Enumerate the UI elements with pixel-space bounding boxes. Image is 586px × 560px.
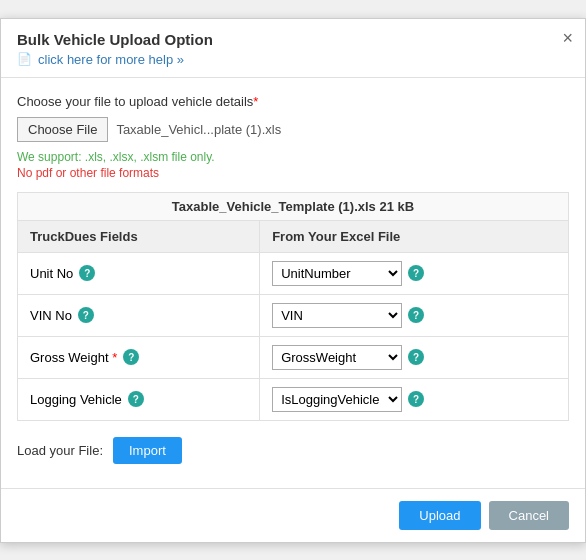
no-pdf-text: No pdf or other file formats	[17, 166, 569, 180]
col2-header: From Your Excel File	[260, 220, 569, 252]
field-help-icon[interactable]: ?	[123, 349, 139, 365]
col1-header: TruckDues Fields	[18, 220, 260, 252]
select-cell-3: UnitNumberVINGrossWeightIsLoggingVehicle…	[260, 378, 569, 420]
field-label-cell-0: Unit No?	[18, 252, 260, 294]
table-row: VIN No?UnitNumberVINGrossWeightIsLogging…	[18, 294, 569, 336]
file-input-row: Choose File Taxable_Vehicl...plate (1).x…	[17, 117, 569, 142]
close-button[interactable]: ×	[562, 29, 573, 47]
support-text: We support: .xls, .xlsx, .xlsm file only…	[17, 150, 569, 164]
table-header-row: TruckDues Fields From Your Excel File	[18, 220, 569, 252]
field-label-text: Logging Vehicle	[30, 392, 122, 407]
choose-file-button[interactable]: Choose File	[17, 117, 108, 142]
modal-title: Bulk Vehicle Upload Option	[17, 31, 569, 48]
mapping-select[interactable]: UnitNumberVINGrossWeightIsLoggingVehicle	[272, 303, 402, 328]
field-label-text: Gross Weight *	[30, 350, 117, 365]
select-help-icon[interactable]: ?	[408, 307, 424, 323]
table-row: Logging Vehicle?UnitNumberVINGrossWeight…	[18, 378, 569, 420]
doc-icon: 📄	[17, 52, 32, 66]
table-row: Gross Weight *?UnitNumberVINGrossWeightI…	[18, 336, 569, 378]
field-label-cell-3: Logging Vehicle?	[18, 378, 260, 420]
modal-body: Choose your file to upload vehicle detai…	[1, 78, 585, 488]
required-indicator: *	[253, 94, 258, 109]
bulk-upload-modal: Bulk Vehicle Upload Option 📄 click here …	[0, 18, 586, 543]
select-cell-0: UnitNumberVINGrossWeightIsLoggingVehicle…	[260, 252, 569, 294]
mapping-select[interactable]: UnitNumberVINGrossWeightIsLoggingVehicle	[272, 387, 402, 412]
mapping-select[interactable]: UnitNumberVINGrossWeightIsLoggingVehicle	[272, 345, 402, 370]
select-help-icon[interactable]: ?	[408, 265, 424, 281]
select-help-icon[interactable]: ?	[408, 349, 424, 365]
field-label-cell-2: Gross Weight *?	[18, 336, 260, 378]
file-name-display: Taxable_Vehicl...plate (1).xls	[116, 122, 281, 137]
mapping-select[interactable]: UnitNumberVINGrossWeightIsLoggingVehicle	[272, 261, 402, 286]
modal-header: Bulk Vehicle Upload Option 📄 click here …	[1, 19, 585, 78]
field-label-text: VIN No	[30, 308, 72, 323]
modal-footer: Upload Cancel	[1, 488, 585, 542]
mapping-table: TruckDues Fields From Your Excel File Un…	[17, 220, 569, 421]
cancel-button[interactable]: Cancel	[489, 501, 569, 530]
select-cell-2: UnitNumberVINGrossWeightIsLoggingVehicle…	[260, 336, 569, 378]
field-help-icon[interactable]: ?	[79, 265, 95, 281]
load-row: Load your File: Import	[17, 437, 569, 464]
field-label-cell-1: VIN No?	[18, 294, 260, 336]
upload-button[interactable]: Upload	[399, 501, 480, 530]
select-cell-1: UnitNumberVINGrossWeightIsLoggingVehicle…	[260, 294, 569, 336]
table-row: Unit No?UnitNumberVINGrossWeightIsLoggin…	[18, 252, 569, 294]
field-help-icon[interactable]: ?	[78, 307, 94, 323]
upload-instruction: Choose your file to upload vehicle detai…	[17, 94, 569, 109]
help-link[interactable]: 📄 click here for more help »	[17, 52, 184, 67]
field-help-icon[interactable]: ?	[128, 391, 144, 407]
import-button[interactable]: Import	[113, 437, 182, 464]
file-info: Taxable_Vehicle_Template (1).xls 21 kB	[17, 192, 569, 220]
required-star: *	[109, 350, 118, 365]
field-label-text: Unit No	[30, 266, 73, 281]
load-label: Load your File:	[17, 443, 103, 458]
select-help-icon[interactable]: ?	[408, 391, 424, 407]
